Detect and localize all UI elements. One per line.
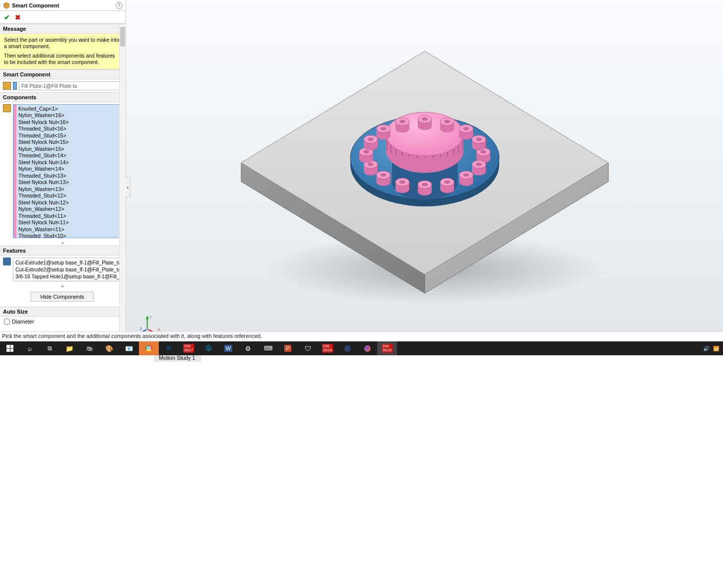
diameter-checkbox-row[interactable]: Diameter xyxy=(4,319,121,325)
list-item[interactable]: 3/8-16 Tapped Hole1@setup base_lf-1@Fill… xyxy=(15,273,119,280)
list-item[interactable]: Threaded_Stud<15> xyxy=(16,132,121,139)
taskbar-sw2018a[interactable]: SW2018 xyxy=(318,341,337,355)
smart-component-header[interactable]: Smart Component ˄ xyxy=(0,69,125,79)
taskbar-defender[interactable]: 🛡 xyxy=(298,341,318,355)
message-body: Select the part or assembly you want to … xyxy=(0,34,125,69)
smart-component-input[interactable] xyxy=(19,81,122,90)
svg-point-46 xyxy=(363,150,369,153)
taskbar-skype[interactable]: Ⓢ xyxy=(198,341,218,355)
highlight-icon xyxy=(13,82,17,90)
taskbar-word[interactable]: W xyxy=(218,341,238,355)
svg-point-28 xyxy=(463,173,469,177)
list-item[interactable]: Steel Nylock Nut<12> xyxy=(16,199,121,206)
taskbar-search[interactable]: ⌕ xyxy=(20,341,40,355)
svg-point-49 xyxy=(367,137,373,141)
svg-point-58 xyxy=(422,117,428,121)
taskbar-sw2017[interactable]: SW2017 xyxy=(179,341,198,355)
cancel-button[interactable]: ✖ xyxy=(15,13,21,21)
features-listbox[interactable]: Cut-Extrude1@setup base_lf-1@Fill_Plate_… xyxy=(13,258,122,281)
components-header[interactable]: Components ˄ xyxy=(0,92,125,102)
svg-point-43 xyxy=(367,163,373,166)
features-icon xyxy=(3,258,11,265)
diameter-label: Diameter xyxy=(12,319,34,325)
svg-marker-69 xyxy=(146,316,149,319)
autosize-header[interactable]: Auto Size ˄ xyxy=(0,307,125,317)
list-item[interactable]: Steel Nylock Nut<15> xyxy=(16,139,121,146)
panel-scrollbar[interactable]: ▲ ▼ xyxy=(119,26,126,355)
svg-point-52 xyxy=(380,127,386,131)
list-item[interactable]: Threaded_Stud<12> xyxy=(16,193,121,199)
taskbar-sw2018b[interactable]: SW2018 xyxy=(377,341,397,355)
autosize-body: Diameter xyxy=(0,317,125,329)
list-item[interactable]: Steel Nylock Nut<14> xyxy=(16,159,121,166)
list-item[interactable]: Threaded_Stud<14> xyxy=(16,152,121,159)
taskbar-explorer[interactable]: 📁 xyxy=(60,341,79,355)
list-item[interactable]: Threaded_Stud<10> xyxy=(16,233,121,238)
panel-scroll[interactable]: Message ˄ Select the part or assembly yo… xyxy=(0,24,126,355)
ok-button[interactable]: ✔ xyxy=(4,13,10,21)
accept-cancel-row: ✔ ✖ xyxy=(0,11,126,24)
taskbar-circle[interactable] xyxy=(337,341,357,355)
svg-point-31 xyxy=(444,180,450,184)
components-body: Knurled_Cap<1>Nylon_Washer<16>Steel Nylo… xyxy=(0,102,125,240)
list-item[interactable]: Cut-Extrude1@setup base_lf-1@Fill_Plate_… xyxy=(15,259,119,266)
list-item[interactable]: Knurled_Cap<1> xyxy=(16,106,121,113)
taskbar-pp[interactable]: P xyxy=(278,341,298,355)
panel-title: Smart Component xyxy=(12,2,116,8)
list-item[interactable]: Nylon_Washer<11> xyxy=(16,226,121,233)
svg-point-77 xyxy=(146,328,148,330)
status-text: Pick the smart component and the additio… xyxy=(2,333,262,339)
scrollbar-thumb[interactable] xyxy=(120,27,125,47)
graphics-viewport[interactable]: ▸ xyxy=(126,0,723,355)
features-header[interactable]: Features ˄ xyxy=(0,246,125,256)
taskbar-paint[interactable]: 🎨 xyxy=(99,341,119,355)
svg-text:Z: Z xyxy=(140,327,142,331)
hide-components-button[interactable]: Hide Components xyxy=(31,292,93,302)
components-listbox[interactable]: Knurled_Cap<1>Nylon_Washer<16>Steel Nylo… xyxy=(13,104,122,238)
list-item[interactable]: Cut-Extrude2@setup base_lf-1@Fill_Plate_… xyxy=(15,266,119,273)
taskbar-store[interactable]: 🛍 xyxy=(79,341,99,355)
resize-grip-icon[interactable]: ◆ xyxy=(0,284,125,288)
message-header[interactable]: Message ˄ xyxy=(0,24,125,34)
component-icon xyxy=(3,82,11,90)
svg-point-25 xyxy=(476,163,482,166)
taskbar-email[interactable]: 📧 xyxy=(119,341,139,355)
smart-component-icon xyxy=(3,2,10,9)
list-item[interactable]: Nylon_Washer<16> xyxy=(16,112,121,119)
svg-text:Y: Y xyxy=(149,315,152,320)
svg-point-37 xyxy=(399,180,405,184)
components-icon xyxy=(3,104,11,112)
diameter-checkbox[interactable] xyxy=(4,319,10,325)
taskbar-chrome[interactable] xyxy=(139,341,159,355)
svg-point-67 xyxy=(476,137,482,141)
list-item[interactable]: Nylon_Washer<13> xyxy=(16,186,121,193)
panel-collapse-button[interactable]: ▸ xyxy=(126,177,131,197)
property-panel: Smart Component ? ✔ ✖ Message ˄ Select t… xyxy=(0,0,126,355)
list-item[interactable]: Nylon_Washer<12> xyxy=(16,206,121,213)
taskbar-calc[interactable]: ⌨ xyxy=(258,341,278,355)
list-item[interactable]: Nylon_Washer<14> xyxy=(16,166,121,173)
list-item[interactable]: Threaded_Stud<11> xyxy=(16,213,121,220)
panel-header: Smart Component ? xyxy=(0,0,126,11)
system-tray[interactable]: 🔊 📶 xyxy=(703,346,723,351)
help-icon[interactable]: ? xyxy=(116,2,123,9)
taskbar-app1[interactable]: ⚙ xyxy=(238,341,258,355)
svg-point-34 xyxy=(422,183,428,186)
svg-point-22 xyxy=(480,150,486,153)
taskbar-outlook[interactable]: ✉ xyxy=(159,341,179,355)
list-item[interactable]: Threaded_Stud<13> xyxy=(16,173,121,180)
smart-component-row xyxy=(0,79,125,92)
tray-icon[interactable]: 🔊 xyxy=(703,346,709,351)
resize-grip-icon[interactable]: ◆ xyxy=(0,241,125,245)
tray-icon[interactable]: 📶 xyxy=(713,346,719,351)
list-item[interactable]: Steel Nylock Nut<13> xyxy=(16,179,121,186)
list-item[interactable]: Steel Nylock Nut<16> xyxy=(16,119,121,126)
model-render xyxy=(226,31,623,309)
svg-point-40 xyxy=(380,173,386,177)
taskbar-start[interactable] xyxy=(0,341,20,355)
taskbar-taskview[interactable]: ⧉ xyxy=(40,341,60,355)
list-item[interactable]: Nylon_Washer<15> xyxy=(16,146,121,153)
list-item[interactable]: Steel Nylock Nut<11> xyxy=(16,219,121,226)
list-item[interactable]: Threaded_Stud<16> xyxy=(16,126,121,132)
taskbar-firefox[interactable] xyxy=(357,341,377,355)
